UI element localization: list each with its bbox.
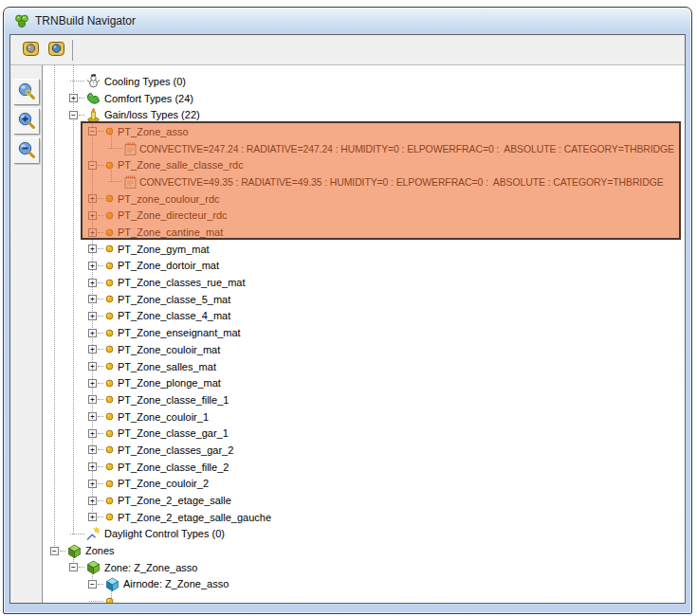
tree-row[interactable]: +PT_Zone_enseignant_mat	[43, 324, 685, 341]
tree-row[interactable]: +PT_Zone_2_etage_salle_gauche	[43, 509, 685, 526]
note-icon	[124, 142, 137, 155]
tree-row-label: PT_Zone_enseignant_mat	[118, 327, 241, 338]
zoom-in-button[interactable]	[13, 108, 40, 135]
tree-row-label: PT_Zone_classe_fille_1	[118, 394, 229, 406]
tree-row[interactable]: −PT_Zone_salle_classe_rdc	[43, 156, 685, 173]
tree-connector	[98, 232, 103, 233]
tree-connector	[98, 349, 103, 350]
tree-row[interactable]	[43, 592, 685, 603]
tree-row-label: Comfort Types (24)	[104, 93, 193, 104]
tree-connector	[98, 433, 103, 434]
tree-row[interactable]: +PT_Zone_salles_mat	[43, 358, 685, 375]
collapse-icon[interactable]: −	[88, 580, 97, 589]
expand-icon[interactable]: +	[88, 412, 97, 421]
tree-row-label: PT_Zone_classe_4_mat	[118, 310, 230, 321]
collapse-icon[interactable]: −	[88, 161, 97, 170]
zoom-out-button[interactable]	[13, 137, 40, 164]
expand-icon[interactable]: +	[88, 497, 97, 505]
expand-icon[interactable]: +	[88, 329, 97, 337]
tree-connector	[98, 516, 103, 517]
tree-row[interactable]: +PT_Zone_classes_rue_mat	[43, 274, 685, 291]
expand-icon[interactable]: +	[88, 211, 97, 220]
side-toolbar	[10, 65, 43, 603]
tree-row[interactable]: Cooling Types (0)	[43, 73, 685, 90]
expand-icon[interactable]: +	[88, 513, 97, 521]
tree-row-label: CONVECTIVE=247.24 : RADIATIVE=247.24 : H…	[139, 143, 674, 154]
tree-row-label: PT_Zone_plonge_mat	[118, 377, 221, 389]
tree-row[interactable]: +PT_Zone_couloir_2	[43, 476, 685, 493]
bullet-icon	[105, 127, 114, 136]
bullet-icon	[105, 312, 114, 320]
tree-row[interactable]: +PT_Zone_cantine_mat	[43, 224, 685, 241]
tree-row-label: PT_Zone_2_etage_salle_gauche	[118, 512, 271, 523]
bullet-icon	[105, 262, 114, 270]
expand-icon[interactable]: +	[88, 312, 97, 320]
tree-row[interactable]: −Zones	[43, 542, 685, 559]
tree-row-label: PT_Zone_salles_mat	[118, 361, 216, 372]
tree-row[interactable]: CONVECTIVE=49.35 : RADIATIVE=49.35 : HUM…	[43, 173, 685, 190]
bullet-icon	[105, 462, 114, 471]
tree-row-label: PT_Zone_classe_fille_2	[118, 462, 229, 473]
expand-icon[interactable]: +	[88, 228, 97, 237]
tree-row-label: Zone: Z_Zone_asso	[104, 562, 197, 573]
zoom-out-icon	[16, 139, 37, 163]
tree-row[interactable]: CONVECTIVE=247.24 : RADIATIVE=247.24 : H…	[43, 140, 685, 157]
expand-icon[interactable]: +	[88, 445, 97, 454]
tree-connector	[98, 399, 103, 400]
tree-connector	[79, 567, 84, 568]
tree-connector	[98, 449, 103, 450]
tree-row[interactable]: +PT_Zone_directeur_rdc	[43, 208, 685, 225]
bullet-icon	[105, 429, 114, 438]
window-blue-button[interactable]	[44, 39, 68, 62]
tree-row[interactable]: Daylight Control Types (0)	[43, 526, 685, 543]
collapse-icon[interactable]: −	[69, 563, 78, 571]
tree-row[interactable]: +PT_Zone_classes_gar_2	[43, 442, 685, 459]
zoom-search-button[interactable]	[13, 79, 40, 105]
tree-row-label: CONVECTIVE=49.35 : RADIATIVE=49.35 : HUM…	[139, 176, 664, 188]
collapse-icon[interactable]: −	[69, 111, 78, 119]
window-gray-button[interactable]	[18, 39, 43, 62]
bullet-icon	[105, 497, 114, 505]
tree-row[interactable]: +PT_Zone_classe_fille_2	[43, 459, 685, 476]
tree-row[interactable]: −Gain/loss Types (22)	[43, 106, 685, 123]
bullet-icon	[105, 362, 114, 371]
expand-icon[interactable]: +	[88, 462, 97, 471]
expand-icon[interactable]: +	[88, 194, 97, 203]
tree-row[interactable]: +PT_Zone_gym_mat	[43, 241, 685, 258]
tree-row[interactable]: −PT_Zone_asso	[43, 123, 685, 140]
tree-row[interactable]: +Comfort Types (24)	[43, 90, 685, 107]
tree-row[interactable]: −Airnode: Z_Zone_asso	[43, 576, 685, 593]
tree-row[interactable]: +PT_zone_coulour_rdc	[43, 190, 685, 208]
expand-icon[interactable]: +	[88, 480, 97, 488]
expand-icon[interactable]: +	[88, 429, 97, 438]
tree-row[interactable]: +PT_Zone_classe_5_mat	[43, 291, 685, 308]
tree-row[interactable]: +PT_Zone_classe_4_mat	[43, 308, 685, 325]
expand-icon[interactable]: +	[88, 379, 97, 388]
tree-connector	[70, 81, 84, 82]
tree-row[interactable]: +PT_Zone_classe_gar_1	[43, 425, 685, 442]
tree-connector	[98, 265, 103, 266]
collapse-icon[interactable]: −	[50, 547, 59, 555]
expand-icon[interactable]: +	[69, 94, 78, 102]
expand-icon[interactable]: +	[88, 345, 97, 353]
collapse-icon[interactable]: −	[88, 127, 97, 136]
tree-row[interactable]: −Zone: Z_Zone_asso	[43, 559, 685, 576]
tree-row[interactable]: +PT_Zone_classe_fille_1	[43, 391, 685, 408]
expand-icon[interactable]: +	[88, 295, 97, 303]
expand-icon[interactable]: +	[88, 395, 97, 404]
tree-connector	[98, 584, 103, 585]
tree-row[interactable]: +PT_Zone_2_etage_salle	[43, 492, 685, 509]
tree-row[interactable]: +PT_Zone_couloir_mat	[43, 341, 685, 358]
expand-icon[interactable]: +	[88, 262, 97, 270]
window-blue-icon	[47, 41, 65, 60]
tree-row[interactable]: +PT_Zone_couloir_1	[43, 408, 685, 426]
zoom-in-icon	[16, 110, 37, 134]
expand-icon[interactable]: +	[88, 279, 97, 287]
expand-icon[interactable]: +	[88, 362, 97, 371]
note-icon	[124, 175, 137, 189]
tree-row[interactable]: +PT_Zone_plonge_mat	[43, 374, 685, 391]
tree-connector	[98, 131, 103, 132]
tree-row[interactable]: +PT_Zone_dortoir_mat	[43, 258, 685, 275]
bullet-icon	[105, 445, 114, 454]
expand-icon[interactable]: +	[88, 245, 97, 253]
